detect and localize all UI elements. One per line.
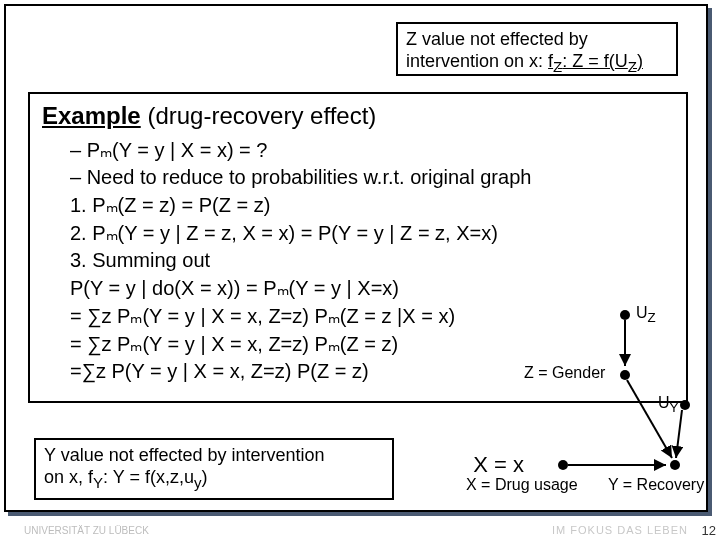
example-line: 1. Pₘ(Z = z) = P(Z = z) <box>42 193 674 217</box>
note-z-line1: Z value not effected by <box>406 29 588 49</box>
logo-text: UNIVERSITÄT ZU LÜBECK <box>24 525 149 536</box>
note-z-box: Z value not effected by intervention on … <box>396 22 678 76</box>
svg-line-2 <box>676 410 682 458</box>
causal-diagram: UZ Z = Gender UY X = Drug usage Y = Reco… <box>522 300 702 510</box>
watermark-text: IM FOKUS DAS LEBEN <box>552 524 688 536</box>
svg-line-1 <box>627 380 672 458</box>
note-z-line2-pre: intervention on x: <box>406 51 548 71</box>
x-equals: X = x <box>473 452 524 478</box>
page-number: 12 <box>702 523 716 538</box>
example-line: 3. Summing out <box>42 249 674 272</box>
diagram-arrows <box>522 300 702 510</box>
example-line: 2. Pₘ(Y = y | Z = z, X = x) = P(Y = y | … <box>42 221 674 245</box>
example-line: – Pₘ(Y = y | X = x) = ? <box>42 138 674 162</box>
note-y-box: Y value not effected by intervention on … <box>34 438 394 500</box>
example-line: – Need to reduce to probabilities w.r.t.… <box>42 166 674 189</box>
example-line: P(Y = y | do(X = x)) = Pₘ(Y = y | X=x) <box>42 276 674 300</box>
example-title: Example (drug-recovery effect) <box>42 102 674 130</box>
